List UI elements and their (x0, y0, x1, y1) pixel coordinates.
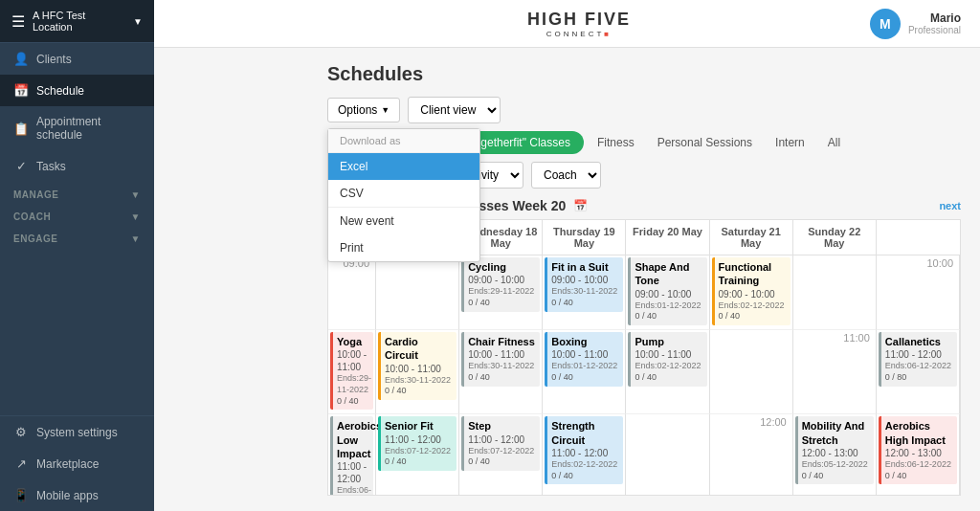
header-friday: Friday 20 May (626, 220, 709, 255)
day-cell-row2-day0: Callanetics 11:00 - 12:00 Ends:06-12-202… (877, 330, 960, 414)
day-cell-row0-day1: Cycling 09:00 - 10:00 Ends:29-11-2022 0 … (459, 256, 543, 330)
user-details: Mario Professional (908, 11, 961, 35)
dropdown-item-print[interactable]: Print (328, 234, 479, 261)
manage-arrow-icon: ▼ (131, 189, 141, 200)
sidebar-label-marketplace: Marketplace (36, 457, 99, 471)
engage-arrow-icon: ▼ (131, 233, 141, 244)
sidebar-label-schedule: Schedule (36, 84, 84, 98)
hamburger-icon[interactable]: ☰ (11, 12, 25, 31)
sidebar-item-system-settings[interactable]: ⚙ System settings (0, 416, 154, 448)
coach-filter[interactable]: Coach (531, 162, 601, 189)
day-cell-row0-day5 (793, 256, 877, 330)
grid-body: 09:00 Cycling 09:00 - 10:00 Ends:29-11-2… (328, 256, 960, 496)
day-cell-row1-day4: Pump 10:00 - 11:00 Ends:02-12-2022 0 / 4… (626, 330, 709, 414)
sidebar-section-manage[interactable]: MANAGE ▼ (0, 182, 154, 204)
class-card-strength-circuit[interactable]: Strength Circuit 11:00 - 12:00 Ends:02-1… (545, 416, 623, 484)
sidebar-item-tasks[interactable]: ✓ Tasks (0, 150, 154, 182)
class-card-step[interactable]: Step 11:00 - 12:00 Ends:07-12-2022 0 / 4… (461, 416, 540, 471)
options-arrow-icon: ▼ (381, 105, 390, 115)
location-arrow-icon: ▼ (133, 16, 143, 27)
sidebar-item-mobile-apps[interactable]: 📱 Mobile apps (0, 479, 154, 511)
sidebar-section-engage[interactable]: ENGAGE ▼ (0, 226, 154, 248)
time-cell-09:00: 09:00 (328, 256, 376, 330)
class-card-senior-fit[interactable]: Senior Fit 11:00 - 12:00 Ends:07-12-2022… (378, 416, 457, 471)
day-cell-row1-day0: Yoga 10:00 - 11:00 Ends:29-11-2022 0 / 4… (328, 330, 376, 414)
sidebar-item-clients[interactable]: 👤 Clients (0, 43, 154, 75)
class-card-aerobics-high-impact[interactable]: Aerobics High Impact 12:00 - 13:00 Ends:… (879, 416, 957, 484)
sidebar-section-coach[interactable]: COACH ▼ (0, 204, 154, 226)
class-card-chair-fitness[interactable]: Chair Fitness 10:00 - 11:00 Ends:30-11-2… (461, 332, 540, 387)
options-button[interactable]: Options ▼ (327, 98, 400, 122)
content-area: Schedules Options ▼ Download as Excel CS… (308, 48, 980, 511)
header-saturday: Saturday 21 May (710, 220, 793, 255)
engage-label: ENGAGE (13, 233, 57, 244)
avatar: M (870, 9, 901, 39)
class-card-cardio-circuit[interactable]: Cardio Circuit 10:00 - 11:00 Ends:30-11-… (378, 332, 457, 400)
logo-dot: ■ (604, 30, 612, 38)
tab-personal-sessions[interactable]: Personal Sessions (648, 131, 762, 154)
day-cell-row2-day5 (626, 414, 709, 496)
day-cell-row2-day4: Strength Circuit 11:00 - 12:00 Ends:02-1… (543, 414, 626, 496)
class-card-mobility-and-stretch[interactable]: Mobility And Stretch 12:00 - 13:00 Ends:… (795, 416, 874, 484)
dropdown-item-excel[interactable]: Excel (328, 153, 479, 180)
class-card-fit-in-a-suit[interactable]: Fit in a Suit 09:00 - 10:00 Ends:30-11-2… (545, 257, 623, 312)
class-card-cycling[interactable]: Cycling 09:00 - 10:00 Ends:29-11-2022 0 … (461, 257, 540, 312)
day-cell-row3-day0: Mobility And Stretch 12:00 - 13:00 Ends:… (793, 414, 877, 496)
sidebar-label-system-settings: System settings (36, 426, 118, 439)
sidebar-label-appointment: Appointment schedule (36, 115, 141, 142)
class-card-callanetics[interactable]: Callanetics 11:00 - 12:00 Ends:06-12-202… (879, 332, 957, 387)
time-cell-12:00: 12:00 (710, 414, 793, 496)
user-info: M Mario Professional (870, 9, 961, 39)
time-cell-11:00: 11:00 (793, 330, 877, 414)
day-cell-row0-day4: Functional Training 09:00 - 10:00 Ends:0… (710, 256, 793, 330)
logo-title: HIGH FIVE (527, 10, 631, 30)
clients-icon: 👤 (13, 52, 29, 66)
tab-fitness[interactable]: Fitness (588, 131, 644, 154)
class-card-aerobics-low-impact[interactable]: Aerobics Low Impact 11:00 - 12:00 Ends:0… (330, 416, 373, 496)
page-title: Schedules (327, 63, 961, 85)
sidebar-label-tasks: Tasks (36, 160, 66, 173)
logo-subtitle: CONNECT■ (546, 30, 612, 38)
dropdown-menu: Download as Excel CSV New event Print (327, 128, 480, 262)
day-cell-row0-day0 (376, 256, 459, 330)
tab-intern[interactable]: Intern (766, 131, 814, 154)
marketplace-icon: ↗ (13, 456, 29, 471)
dropdown-item-csv[interactable]: CSV (328, 180, 479, 207)
appointment-icon: 📋 (13, 122, 29, 136)
sidebar-item-schedule[interactable]: 📅 Schedule (0, 75, 154, 106)
day-cell-row1-day5 (710, 330, 793, 414)
sidebar-label-clients: Clients (36, 53, 72, 66)
dropdown-item-new-event[interactable]: New event (328, 208, 479, 234)
class-card-pump[interactable]: Pump 10:00 - 11:00 Ends:02-12-2022 0 / 4… (628, 332, 706, 387)
calendar-icon[interactable]: 📅 (573, 199, 588, 212)
sidebar: ☰ A HFC Test Location ▼ 👤 Clients 📅 Sche… (0, 0, 154, 511)
coach-arrow-icon: ▼ (131, 211, 141, 222)
toolbar: Options ▼ Download as Excel CSV New even… (327, 97, 961, 189)
tasks-icon: ✓ (13, 159, 29, 173)
system-settings-icon: ⚙ (13, 425, 29, 439)
day-cell-row0-day3: Shape And Tone 09:00 - 10:00 Ends:01-12-… (626, 256, 709, 330)
header-thursday: Thursday 19 May (543, 220, 626, 255)
mobile-apps-icon: 📱 (13, 488, 29, 502)
header-sunday: Sunday 22 May (793, 220, 877, 255)
class-card-functional-training[interactable]: Functional Training 09:00 - 10:00 Ends:0… (712, 257, 791, 325)
next-week-link[interactable]: next (939, 200, 961, 211)
topbar: HIGH FIVE CONNECT■ M Mario Professional (154, 0, 980, 48)
schedule-icon: 📅 (13, 83, 29, 98)
sidebar-item-marketplace[interactable]: ↗ Marketplace (0, 448, 154, 479)
class-card-shape-and-tone[interactable]: Shape And Tone 09:00 - 10:00 Ends:01-12-… (628, 257, 706, 325)
logo: HIGH FIVE CONNECT■ (527, 10, 631, 38)
day-cell-row0-day2: Fit in a Suit 09:00 - 10:00 Ends:30-11-2… (543, 256, 626, 330)
sidebar-header[interactable]: ☰ A HFC Test Location ▼ (0, 0, 154, 43)
sidebar-item-appointment[interactable]: 📋 Appointment schedule (0, 106, 154, 150)
class-card-yoga[interactable]: Yoga 10:00 - 11:00 Ends:29-11-2022 0 / 4… (330, 332, 373, 410)
tab-all[interactable]: All (818, 131, 850, 154)
coach-label: COACH (13, 211, 51, 222)
day-cell-row1-day2: Chair Fitness 10:00 - 11:00 Ends:30-11-2… (459, 330, 543, 414)
view-select[interactable]: Client view (408, 97, 501, 123)
main-content: Schedules Options ▼ Download as Excel CS… (308, 48, 980, 511)
class-card-boxing[interactable]: Boxing 10:00 - 11:00 Ends:01-12-2022 0 /… (545, 332, 623, 387)
sidebar-label-mobile-apps: Mobile apps (36, 489, 99, 502)
sidebar-bottom: ⚙ System settings ↗ Marketplace 📱 Mobile… (0, 415, 154, 511)
day-cell-row1-day1: Cardio Circuit 10:00 - 11:00 Ends:30-11-… (376, 330, 459, 414)
